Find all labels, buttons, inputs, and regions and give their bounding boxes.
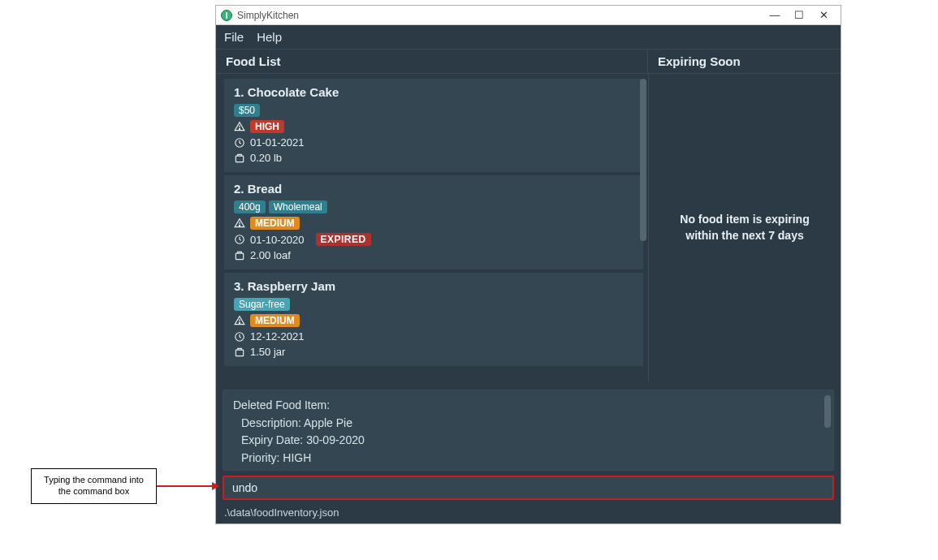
food-name: Chocolate Cake (248, 85, 339, 99)
food-card[interactable]: 2. Bread400gWholemealMEDIUM01-10-2020EXP… (224, 175, 643, 269)
warning-icon (234, 218, 245, 229)
main-area: 1. Chocolate Cake$50HIGH01-01-20210.20 l… (216, 74, 841, 381)
date-row: 12-12-2021 (234, 330, 633, 342)
svg-point-1 (239, 128, 240, 129)
window-title: SimplyKitchen (237, 10, 763, 21)
command-input[interactable] (232, 481, 824, 494)
quantity-row: 0.20 lb (234, 152, 633, 164)
date-row: 01-10-2020EXPIRED (234, 233, 633, 246)
expiring-pane: No food item is expiring within the next… (648, 74, 841, 381)
priority-row: MEDIUM (234, 217, 633, 230)
food-list-header: Food List (216, 50, 648, 73)
panel-headers: Food List Expiring Soon (216, 50, 841, 74)
food-tags: $50 (234, 104, 633, 117)
app-icon (221, 10, 232, 21)
quantity-value: 1.50 jar (250, 346, 285, 358)
close-button[interactable]: ✕ (811, 8, 836, 23)
output-line: Expiry Date: 30-09-2020 (233, 432, 823, 450)
menu-help[interactable]: Help (257, 30, 282, 44)
app-body: File Help Food List Expiring Soon 1. Cho… (216, 25, 841, 523)
output-line: Deleted Food Item: (233, 397, 823, 415)
svg-rect-3 (236, 156, 243, 162)
output-line: Description: Apple Pie (233, 415, 823, 433)
app-window: SimplyKitchen — ☐ ✕ File Help Food List … (215, 5, 841, 524)
clock-icon (234, 234, 245, 245)
package-icon (234, 347, 245, 358)
menu-file[interactable]: File (224, 30, 244, 44)
date-row: 01-01-2021 (234, 136, 633, 149)
maximize-button[interactable]: ☐ (787, 8, 811, 23)
annotation-arrow (157, 485, 218, 487)
food-name: Raspberry Jam (248, 279, 335, 293)
food-tag: 400g (234, 200, 266, 213)
package-icon (234, 250, 245, 261)
expired-badge: EXPIRED (316, 233, 371, 246)
expiry-date: 01-01-2021 (250, 136, 305, 149)
food-list-pane: 1. Chocolate Cake$50HIGH01-01-20210.20 l… (216, 74, 648, 381)
priority-badge: HIGH (250, 120, 284, 133)
svg-rect-7 (236, 253, 243, 260)
expiry-date: 01-10-2020 (250, 234, 305, 246)
food-name: Bread (248, 182, 283, 196)
food-tags: Sugar-free (234, 298, 633, 311)
priority-badge: MEDIUM (250, 217, 300, 230)
statusbar: .\data\foodInventory.json (216, 503, 841, 523)
clock-icon (234, 137, 245, 149)
food-title: 1. Chocolate Cake (234, 85, 633, 99)
svg-rect-11 (236, 350, 243, 356)
warning-icon (234, 315, 245, 326)
minimize-button[interactable]: — (763, 8, 787, 23)
food-title: 3. Raspberry Jam (234, 279, 633, 293)
priority-row: MEDIUM (234, 314, 633, 327)
quantity-row: 1.50 jar (234, 346, 633, 358)
menubar: File Help (216, 25, 841, 50)
package-icon (234, 153, 245, 164)
quantity-value: 0.20 lb (250, 152, 282, 164)
expiring-empty-message: No food item is expiring within the next… (665, 212, 824, 243)
priority-badge: MEDIUM (250, 314, 300, 327)
food-index: 3. (234, 279, 248, 293)
clock-icon (234, 331, 245, 342)
command-box[interactable] (223, 476, 834, 500)
quantity-row: 2.00 loaf (234, 249, 633, 261)
food-tags: 400gWholemeal (234, 200, 633, 213)
output-scrollbar[interactable] (824, 395, 831, 428)
titlebar: SimplyKitchen — ☐ ✕ (216, 6, 841, 25)
result-output: Deleted Food Item: Description: Apple Pi… (223, 390, 834, 471)
food-card[interactable]: 1. Chocolate Cake$50HIGH01-01-20210.20 l… (224, 79, 643, 172)
food-index: 2. (234, 182, 248, 196)
quantity-value: 2.00 loaf (250, 249, 291, 261)
expiring-soon-header: Expiring Soon (648, 50, 841, 73)
food-title: 2. Bread (234, 182, 633, 196)
warning-icon (234, 121, 245, 132)
food-card[interactable]: 3. Raspberry JamSugar-freeMEDIUM12-12-20… (224, 273, 643, 366)
output-line: Priority: HIGH (233, 450, 823, 467)
expiry-date: 12-12-2021 (250, 330, 305, 342)
svg-point-5 (239, 225, 240, 226)
svg-point-9 (239, 322, 240, 323)
priority-row: HIGH (234, 120, 633, 133)
food-tag: Sugar-free (234, 298, 290, 311)
food-index: 1. (234, 85, 248, 99)
food-tag: Wholemeal (269, 200, 327, 213)
annotation-callout: Typing the command into the command box (31, 468, 157, 504)
food-tag: $50 (234, 104, 260, 117)
list-scrollbar[interactable] (640, 79, 646, 241)
